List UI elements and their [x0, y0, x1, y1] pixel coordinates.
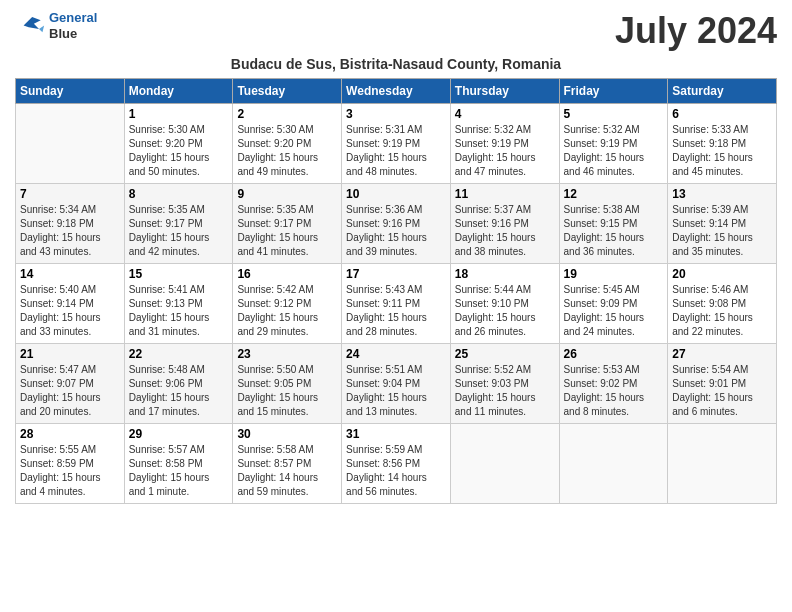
day-number: 20 — [672, 267, 772, 281]
day-number: 10 — [346, 187, 446, 201]
calendar-cell: 8Sunrise: 5:35 AMSunset: 9:17 PMDaylight… — [124, 184, 233, 264]
cell-info: Sunrise: 5:43 AMSunset: 9:11 PMDaylight:… — [346, 283, 446, 339]
day-number: 11 — [455, 187, 555, 201]
day-number: 16 — [237, 267, 337, 281]
day-number: 14 — [20, 267, 120, 281]
calendar-cell: 17Sunrise: 5:43 AMSunset: 9:11 PMDayligh… — [342, 264, 451, 344]
day-header-monday: Monday — [124, 79, 233, 104]
day-number: 2 — [237, 107, 337, 121]
day-number: 4 — [455, 107, 555, 121]
calendar-cell — [668, 424, 777, 504]
calendar-cell — [559, 424, 668, 504]
cell-info: Sunrise: 5:55 AMSunset: 8:59 PMDaylight:… — [20, 443, 120, 499]
cell-info: Sunrise: 5:37 AMSunset: 9:16 PMDaylight:… — [455, 203, 555, 259]
calendar-cell: 28Sunrise: 5:55 AMSunset: 8:59 PMDayligh… — [16, 424, 125, 504]
calendar-cell: 6Sunrise: 5:33 AMSunset: 9:18 PMDaylight… — [668, 104, 777, 184]
day-number: 9 — [237, 187, 337, 201]
calendar-cell: 24Sunrise: 5:51 AMSunset: 9:04 PMDayligh… — [342, 344, 451, 424]
calendar-cell: 9Sunrise: 5:35 AMSunset: 9:17 PMDaylight… — [233, 184, 342, 264]
cell-info: Sunrise: 5:54 AMSunset: 9:01 PMDaylight:… — [672, 363, 772, 419]
logo: General Blue — [15, 10, 97, 41]
calendar-cell: 26Sunrise: 5:53 AMSunset: 9:02 PMDayligh… — [559, 344, 668, 424]
cell-info: Sunrise: 5:40 AMSunset: 9:14 PMDaylight:… — [20, 283, 120, 339]
calendar-header: SundayMondayTuesdayWednesdayThursdayFrid… — [16, 79, 777, 104]
cell-info: Sunrise: 5:48 AMSunset: 9:06 PMDaylight:… — [129, 363, 229, 419]
calendar-cell: 20Sunrise: 5:46 AMSunset: 9:08 PMDayligh… — [668, 264, 777, 344]
calendar-cell: 25Sunrise: 5:52 AMSunset: 9:03 PMDayligh… — [450, 344, 559, 424]
cell-info: Sunrise: 5:59 AMSunset: 8:56 PMDaylight:… — [346, 443, 446, 499]
cell-info: Sunrise: 5:41 AMSunset: 9:13 PMDaylight:… — [129, 283, 229, 339]
svg-marker-0 — [24, 17, 41, 29]
subtitle: Budacu de Sus, Bistrita-Nasaud County, R… — [15, 56, 777, 72]
calendar-cell: 5Sunrise: 5:32 AMSunset: 9:19 PMDaylight… — [559, 104, 668, 184]
cell-info: Sunrise: 5:35 AMSunset: 9:17 PMDaylight:… — [129, 203, 229, 259]
calendar-cell: 11Sunrise: 5:37 AMSunset: 9:16 PMDayligh… — [450, 184, 559, 264]
day-number: 30 — [237, 427, 337, 441]
calendar-cell: 21Sunrise: 5:47 AMSunset: 9:07 PMDayligh… — [16, 344, 125, 424]
day-header-wednesday: Wednesday — [342, 79, 451, 104]
week-row-5: 28Sunrise: 5:55 AMSunset: 8:59 PMDayligh… — [16, 424, 777, 504]
day-number: 25 — [455, 347, 555, 361]
day-header-thursday: Thursday — [450, 79, 559, 104]
week-row-3: 14Sunrise: 5:40 AMSunset: 9:14 PMDayligh… — [16, 264, 777, 344]
cell-info: Sunrise: 5:32 AMSunset: 9:19 PMDaylight:… — [564, 123, 664, 179]
day-number: 19 — [564, 267, 664, 281]
calendar-cell — [16, 104, 125, 184]
day-number: 15 — [129, 267, 229, 281]
logo-text: General Blue — [49, 10, 97, 41]
cell-info: Sunrise: 5:42 AMSunset: 9:12 PMDaylight:… — [237, 283, 337, 339]
day-header-saturday: Saturday — [668, 79, 777, 104]
calendar-cell: 30Sunrise: 5:58 AMSunset: 8:57 PMDayligh… — [233, 424, 342, 504]
day-number: 29 — [129, 427, 229, 441]
calendar-cell: 16Sunrise: 5:42 AMSunset: 9:12 PMDayligh… — [233, 264, 342, 344]
week-row-2: 7Sunrise: 5:34 AMSunset: 9:18 PMDaylight… — [16, 184, 777, 264]
calendar-cell: 14Sunrise: 5:40 AMSunset: 9:14 PMDayligh… — [16, 264, 125, 344]
calendar-cell: 13Sunrise: 5:39 AMSunset: 9:14 PMDayligh… — [668, 184, 777, 264]
week-row-4: 21Sunrise: 5:47 AMSunset: 9:07 PMDayligh… — [16, 344, 777, 424]
cell-info: Sunrise: 5:52 AMSunset: 9:03 PMDaylight:… — [455, 363, 555, 419]
day-header-sunday: Sunday — [16, 79, 125, 104]
month-title: July 2024 — [615, 10, 777, 52]
day-number: 13 — [672, 187, 772, 201]
day-number: 21 — [20, 347, 120, 361]
week-row-1: 1Sunrise: 5:30 AMSunset: 9:20 PMDaylight… — [16, 104, 777, 184]
cell-info: Sunrise: 5:44 AMSunset: 9:10 PMDaylight:… — [455, 283, 555, 339]
calendar-cell: 2Sunrise: 5:30 AMSunset: 9:20 PMDaylight… — [233, 104, 342, 184]
cell-info: Sunrise: 5:57 AMSunset: 8:58 PMDaylight:… — [129, 443, 229, 499]
cell-info: Sunrise: 5:35 AMSunset: 9:17 PMDaylight:… — [237, 203, 337, 259]
day-number: 26 — [564, 347, 664, 361]
cell-info: Sunrise: 5:51 AMSunset: 9:04 PMDaylight:… — [346, 363, 446, 419]
cell-info: Sunrise: 5:36 AMSunset: 9:16 PMDaylight:… — [346, 203, 446, 259]
calendar-cell: 4Sunrise: 5:32 AMSunset: 9:19 PMDaylight… — [450, 104, 559, 184]
calendar-cell: 29Sunrise: 5:57 AMSunset: 8:58 PMDayligh… — [124, 424, 233, 504]
day-number: 28 — [20, 427, 120, 441]
logo-icon — [15, 13, 45, 38]
day-number: 31 — [346, 427, 446, 441]
cell-info: Sunrise: 5:47 AMSunset: 9:07 PMDaylight:… — [20, 363, 120, 419]
day-number: 17 — [346, 267, 446, 281]
cell-info: Sunrise: 5:33 AMSunset: 9:18 PMDaylight:… — [672, 123, 772, 179]
svg-marker-1 — [39, 26, 44, 33]
calendar-cell — [450, 424, 559, 504]
calendar-cell: 10Sunrise: 5:36 AMSunset: 9:16 PMDayligh… — [342, 184, 451, 264]
day-number: 22 — [129, 347, 229, 361]
calendar-cell: 23Sunrise: 5:50 AMSunset: 9:05 PMDayligh… — [233, 344, 342, 424]
day-number: 12 — [564, 187, 664, 201]
calendar-cell: 27Sunrise: 5:54 AMSunset: 9:01 PMDayligh… — [668, 344, 777, 424]
calendar-cell: 7Sunrise: 5:34 AMSunset: 9:18 PMDaylight… — [16, 184, 125, 264]
day-number: 3 — [346, 107, 446, 121]
calendar-cell: 31Sunrise: 5:59 AMSunset: 8:56 PMDayligh… — [342, 424, 451, 504]
calendar-cell: 12Sunrise: 5:38 AMSunset: 9:15 PMDayligh… — [559, 184, 668, 264]
cell-info: Sunrise: 5:34 AMSunset: 9:18 PMDaylight:… — [20, 203, 120, 259]
cell-info: Sunrise: 5:58 AMSunset: 8:57 PMDaylight:… — [237, 443, 337, 499]
cell-info: Sunrise: 5:39 AMSunset: 9:14 PMDaylight:… — [672, 203, 772, 259]
cell-info: Sunrise: 5:46 AMSunset: 9:08 PMDaylight:… — [672, 283, 772, 339]
day-header-tuesday: Tuesday — [233, 79, 342, 104]
day-number: 8 — [129, 187, 229, 201]
cell-info: Sunrise: 5:53 AMSunset: 9:02 PMDaylight:… — [564, 363, 664, 419]
calendar-cell: 19Sunrise: 5:45 AMSunset: 9:09 PMDayligh… — [559, 264, 668, 344]
day-number: 27 — [672, 347, 772, 361]
day-number: 6 — [672, 107, 772, 121]
calendar-cell: 22Sunrise: 5:48 AMSunset: 9:06 PMDayligh… — [124, 344, 233, 424]
day-number: 5 — [564, 107, 664, 121]
